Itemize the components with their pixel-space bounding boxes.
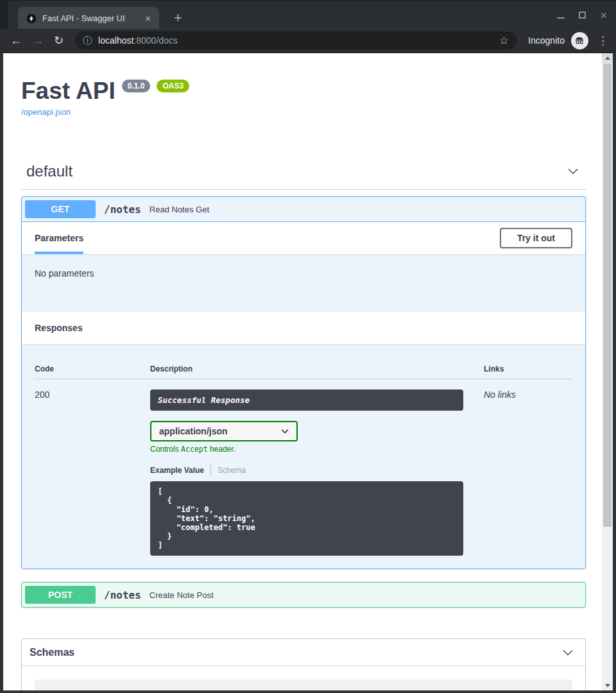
scroll-down-icon: [605, 684, 610, 687]
minimize-icon: [557, 17, 565, 19]
oas3-badge: OAS3: [157, 80, 189, 92]
incognito-label: Incognito: [528, 35, 565, 46]
get-path: /notes: [104, 203, 141, 216]
media-type-value: application/json: [159, 426, 228, 436]
window-close-button[interactable]: ×: [600, 11, 607, 20]
scrollbar-up-button[interactable]: [602, 53, 613, 63]
try-it-out-button[interactable]: Try it out: [500, 228, 572, 248]
example-json-block: [ { "id": 0, "text": "string", "complete…: [150, 481, 463, 556]
schemas-title: Schemas: [30, 647, 74, 658]
api-title: Fast API: [21, 78, 116, 105]
tab-parameters[interactable]: Parameters: [35, 222, 83, 254]
forward-icon[interactable]: →: [32, 35, 44, 46]
url-host: localhost: [98, 35, 133, 46]
get-method-badge: GET: [25, 200, 96, 218]
browser-titlebar: Fast API - Swagger UI × + ×: [0, 0, 616, 29]
hint-prefix: Controls: [150, 445, 181, 454]
url-text: localhost:8000/docs: [98, 35, 178, 46]
window-maximize-button[interactable]: [579, 10, 586, 21]
incognito-icon: [571, 32, 588, 49]
swagger-page: Fast API0.1.0OAS3 /openapi.json default …: [3, 53, 602, 690]
opblock-post-notes: POST /notes Create Note Post: [21, 582, 586, 608]
back-icon[interactable]: ←: [10, 35, 22, 46]
schemas-section: Schemas Note: [21, 638, 586, 690]
version-badge: 0.1.0: [122, 80, 151, 92]
window-minimize-button[interactable]: [557, 10, 565, 21]
post-method-badge: POST: [25, 586, 96, 604]
url-rest: :8000/docs: [133, 35, 178, 46]
schemas-header[interactable]: Schemas: [22, 639, 585, 666]
opblock-summary-post[interactable]: POST /notes Create Note Post: [22, 583, 585, 607]
no-parameters-message: No parameters: [22, 254, 585, 312]
scrollbar-thumb[interactable]: [603, 64, 612, 527]
browser-menu-icon[interactable]: ⋮: [597, 34, 608, 47]
refresh-icon[interactable]: ↻: [54, 35, 64, 46]
browser-toolbar: ← → ↻ ⓘ localhost:8000/docs ☆ Incognito …: [0, 29, 616, 53]
post-path: /notes: [104, 589, 141, 601]
media-type-select[interactable]: application/json: [150, 421, 298, 441]
responses-title: Responses: [35, 323, 83, 333]
api-info: Fast API0.1.0OAS3 /openapi.json: [21, 78, 586, 117]
response-description: Successful Response: [150, 389, 463, 411]
scroll-up-icon: [605, 56, 610, 60]
opblock-get-notes: GET /notes Read Notes Get Parameters Try…: [21, 196, 586, 569]
response-links: No links: [484, 389, 572, 556]
get-summary: Read Notes Get: [150, 205, 209, 214]
hint-accept-code: Accept: [181, 445, 208, 454]
chevron-down-icon: [280, 427, 289, 436]
tab-schema[interactable]: Schema: [218, 466, 246, 475]
chevron-down-icon: [561, 646, 574, 659]
hint-suffix: header.: [208, 445, 235, 454]
opblock-summary-get[interactable]: GET /notes Read Notes Get: [22, 197, 585, 222]
chevron-down-icon: [567, 165, 579, 178]
column-links: Links: [484, 364, 572, 373]
page-scrollbar[interactable]: [602, 53, 613, 690]
url-bar[interactable]: ⓘ localhost:8000/docs ☆: [75, 31, 517, 49]
tab-example-value[interactable]: Example Value: [150, 466, 204, 475]
responses-body: Code Description Links 200 Successful Re…: [22, 344, 585, 569]
browser-tab[interactable]: Fast API - Swagger UI ×: [18, 7, 159, 30]
bookmark-star-icon[interactable]: ☆: [499, 34, 509, 47]
response-code: 200: [35, 389, 150, 556]
site-info-icon[interactable]: ⓘ: [83, 35, 92, 47]
tab-title: Fast API - Swagger UI: [42, 13, 142, 23]
tag-section-header[interactable]: default: [21, 162, 586, 190]
column-code: Code: [35, 364, 150, 373]
accept-header-hint: Controls Accept header.: [150, 445, 463, 454]
maximize-icon: [579, 12, 586, 19]
tag-title: default: [26, 162, 73, 180]
column-description: Description: [150, 364, 484, 373]
tab-separator: [210, 465, 211, 475]
openapi-json-link[interactable]: /openapi.json: [21, 107, 71, 117]
scrollbar-down-button[interactable]: [602, 681, 613, 690]
fastapi-favicon-icon: [26, 13, 37, 24]
response-row-200: 200 Successful Response application/json…: [35, 379, 572, 556]
post-summary: Create Note Post: [150, 590, 214, 600]
responses-table-header: Code Description Links: [35, 357, 572, 379]
new-tab-button[interactable]: +: [170, 10, 186, 26]
model-note[interactable]: Note: [35, 680, 572, 690]
tab-close-icon[interactable]: ×: [142, 12, 154, 24]
